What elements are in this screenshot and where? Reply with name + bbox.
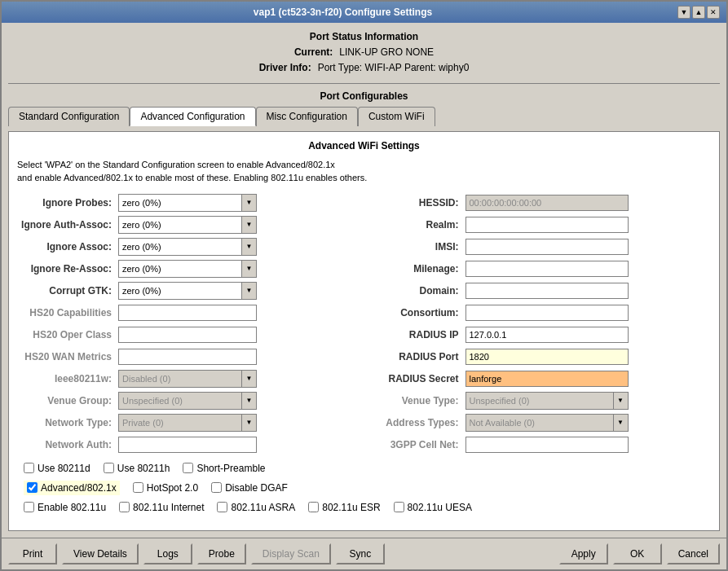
display-scan-button[interactable]: Display Scan — [251, 543, 331, 564]
hessid-input[interactable] — [465, 195, 629, 211]
advanced-8021x-checkbox[interactable] — [27, 482, 38, 493]
asra-80211u-checkbox[interactable] — [217, 502, 227, 512]
print-button[interactable]: Print — [8, 543, 57, 564]
venue-type-dropdown-btn[interactable]: ▼ — [613, 393, 628, 409]
radius-port-input[interactable] — [465, 349, 629, 365]
asra-80211u-label[interactable]: 802.11u ASRA — [217, 502, 295, 513]
use-80211h-checkbox[interactable] — [104, 463, 114, 473]
short-preamble-checkbox[interactable] — [183, 463, 193, 473]
ignore-auth-assoc-dropdown-btn[interactable]: ▼ — [241, 217, 256, 233]
ignore-assoc-input[interactable] — [119, 239, 241, 255]
ignore-probes-input[interactable] — [119, 195, 241, 211]
address-types-input[interactable] — [466, 415, 613, 431]
venue-group-dropdown-btn[interactable]: ▼ — [241, 393, 256, 409]
ignore-reassoc-input[interactable] — [119, 261, 241, 277]
enable-80211u-checkbox[interactable] — [24, 502, 34, 512]
ignore-reassoc-dropdown-btn[interactable]: ▼ — [241, 261, 256, 277]
window-title: vap1 (ct523-3n-f20) Configure Settings — [8, 7, 677, 18]
venue-type-input[interactable] — [466, 393, 613, 409]
internet-80211u-checkbox[interactable] — [119, 502, 130, 512]
address-types-dropdown-btn[interactable]: ▼ — [613, 415, 628, 431]
hs20-capabilities-row: HS20 Capabilities — [17, 303, 364, 323]
ok-button[interactable]: OK — [613, 543, 662, 564]
tab-standard[interactable]: Standard Configuration — [8, 107, 130, 126]
view-details-button[interactable]: View Details — [62, 543, 139, 564]
uesa-80211u-label[interactable]: 802.11u UESA — [394, 502, 472, 513]
tab-misc[interactable]: Misc Configuration — [256, 107, 358, 126]
hs20-oper-class-input[interactable] — [118, 327, 257, 343]
hessid-row: HESSID: — [364, 193, 712, 213]
driver-label: Driver Info: — [259, 60, 311, 76]
esr-80211u-checkbox[interactable] — [308, 502, 319, 512]
milenage-input[interactable] — [465, 261, 629, 277]
tab-custom-wifi[interactable]: Custom WiFi — [358, 107, 435, 126]
ieee80211w-combo[interactable]: ▼ — [118, 370, 257, 388]
cancel-button[interactable]: Cancel — [667, 543, 720, 564]
internet-80211u-label[interactable]: 802.11u Internet — [119, 502, 204, 513]
tab-advanced[interactable]: Advanced Configuration — [130, 107, 255, 126]
venue-group-combo[interactable]: ▼ — [118, 392, 257, 410]
ieee80211w-label: Ieee80211w: — [17, 373, 115, 384]
ignore-assoc-dropdown-btn[interactable]: ▼ — [241, 239, 256, 255]
ignore-reassoc-combo[interactable]: ▼ — [118, 260, 257, 278]
hs20-oper-class-row: HS20 Oper Class — [17, 325, 364, 345]
hotspot-20-label[interactable]: HotSpot 2.0 — [133, 482, 198, 494]
use-80211h-label[interactable]: Use 80211h — [104, 463, 170, 474]
hotspot-20-checkbox[interactable] — [133, 482, 143, 493]
tab-content-advanced: Advanced WiFi Settings Select 'WPA2' on … — [8, 131, 720, 531]
uesa-80211u-checkbox[interactable] — [394, 502, 404, 512]
domain-input[interactable] — [465, 283, 629, 299]
radius-ip-row: RADIUS IP — [364, 325, 712, 345]
desc-line-2: and enable Advanced/802.1x to enable mos… — [17, 171, 711, 185]
apply-button[interactable]: Apply — [559, 543, 608, 564]
use-80211d-checkbox[interactable] — [24, 463, 34, 473]
hs20-wan-metrics-input[interactable] — [118, 349, 257, 365]
domain-label: Domain: — [364, 285, 462, 296]
network-type-row: Network Type: ▼ — [17, 413, 364, 433]
left-form-col: Ignore Probes: ▼ Ignore Auth-Assoc: ▼ — [17, 193, 364, 455]
close-button[interactable]: ✕ — [707, 6, 720, 19]
ignore-probes-combo[interactable]: ▼ — [118, 194, 257, 212]
venue-type-combo[interactable]: ▼ — [465, 392, 629, 410]
use-80211d-label[interactable]: Use 80211d — [24, 463, 90, 474]
hs20-capabilities-input[interactable] — [118, 305, 257, 321]
short-preamble-label[interactable]: Short-Preamble — [183, 463, 265, 474]
esr-80211u-text: 802.11u ESR — [322, 502, 380, 513]
hotspot-20-text: HotSpot 2.0 — [147, 482, 198, 494]
radius-secret-input[interactable] — [465, 371, 629, 387]
asra-80211u-text: 802.11u ASRA — [231, 502, 295, 513]
ieee80211w-input[interactable] — [119, 371, 241, 387]
ieee80211w-dropdown-btn[interactable]: ▼ — [241, 371, 256, 387]
enable-80211u-label[interactable]: Enable 802.11u — [24, 502, 106, 513]
probe-button[interactable]: Probe — [197, 543, 246, 564]
radius-ip-input[interactable] — [465, 327, 629, 343]
address-types-combo[interactable]: ▼ — [465, 414, 629, 432]
imsi-input[interactable] — [465, 239, 629, 255]
maximize-button[interactable]: ▲ — [692, 6, 705, 19]
ignore-assoc-combo[interactable]: ▼ — [118, 238, 257, 256]
consortium-input[interactable] — [465, 305, 629, 321]
milenage-label: Milenage: — [364, 263, 462, 275]
sync-button[interactable]: Sync — [336, 543, 385, 564]
threegpp-input[interactable] — [465, 437, 629, 453]
corrupt-gtk-input[interactable] — [119, 283, 241, 299]
logs-button[interactable]: Logs — [143, 543, 192, 564]
esr-80211u-label[interactable]: 802.11u ESR — [308, 502, 380, 513]
realm-input[interactable] — [465, 217, 629, 233]
ignore-auth-assoc-combo[interactable]: ▼ — [118, 216, 257, 234]
venue-group-input[interactable] — [119, 393, 241, 409]
network-type-combo[interactable]: ▼ — [118, 414, 257, 432]
ignore-probes-dropdown-btn[interactable]: ▼ — [241, 195, 256, 211]
network-auth-input[interactable] — [118, 437, 257, 453]
network-type-input[interactable] — [119, 415, 241, 431]
enable-80211u-text: Enable 802.11u — [38, 502, 106, 513]
ignore-auth-assoc-input[interactable] — [119, 217, 241, 233]
radius-secret-label: RADIUS Secret — [364, 373, 462, 384]
network-type-dropdown-btn[interactable]: ▼ — [241, 415, 256, 431]
advanced-8021x-label[interactable]: Advanced/802.1x — [24, 481, 120, 495]
corrupt-gtk-combo[interactable]: ▼ — [118, 282, 257, 300]
disable-dgaf-checkbox[interactable] — [211, 482, 222, 493]
disable-dgaf-label[interactable]: Disable DGAF — [211, 482, 288, 494]
minimize-button[interactable]: ▼ — [677, 6, 690, 19]
corrupt-gtk-dropdown-btn[interactable]: ▼ — [241, 283, 256, 299]
